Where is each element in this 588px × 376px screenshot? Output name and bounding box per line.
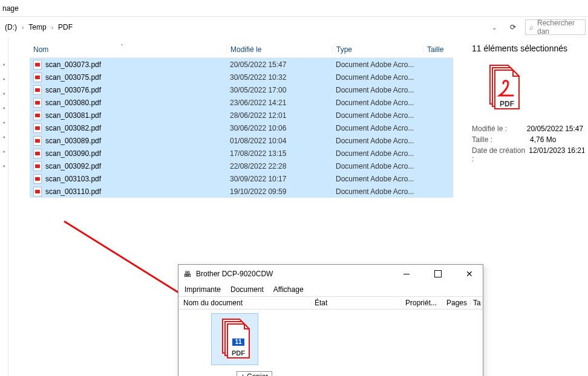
meta-modified-label: Modifié le : — [472, 125, 527, 133]
column-header-modified[interactable]: Modifié le — [226, 45, 332, 54]
maximize-button[interactable] — [425, 265, 451, 283]
file-type: Document Adobe Acro... — [332, 86, 423, 94]
table-row[interactable]: scan_003090.pdf17/08/2022 13:15Document … — [30, 147, 453, 160]
table-row[interactable]: scan_003075.pdf30/05/2022 10:32Document … — [30, 71, 453, 83]
meta-created-label: Date de création : — [472, 146, 529, 163]
table-row[interactable]: scan_003089.pdf01/08/2022 10:04Document … — [30, 134, 453, 147]
file-name: scan_003090.pdf — [45, 149, 101, 158]
table-row[interactable]: scan_003073.pdf20/05/2022 15:47Document … — [30, 58, 453, 71]
pdf-file-icon — [33, 149, 42, 158]
file-modified: 30/05/2022 17:00 — [226, 86, 332, 94]
drop-copy-tooltip: + Copier — [237, 371, 272, 376]
pdf-file-icon — [33, 136, 42, 146]
file-type: Document Adobe Acro... — [332, 124, 423, 132]
meta-size-label: Taille : — [472, 135, 530, 144]
meta-modified-value: 20/05/2022 15:47 - — [527, 125, 584, 133]
file-modified: 19/10/2022 09:59 — [226, 187, 332, 196]
table-row[interactable]: scan_003110.pdf19/10/2022 09:59Document … — [30, 185, 453, 198]
menu-document[interactable]: Document — [230, 285, 264, 294]
search-input[interactable]: ⌕ Rechercher dan — [525, 19, 586, 35]
column-header-type[interactable]: Type — [332, 45, 423, 54]
pin-icon: ◂ — [2, 149, 6, 152]
table-row[interactable]: scan_003081.pdf28/06/2022 12:01Document … — [30, 109, 453, 122]
pdf-file-icon — [33, 60, 42, 70]
printer-icon: 🖶 — [183, 270, 191, 279]
file-modified: 28/06/2022 12:01 — [226, 111, 332, 120]
drag-ghost-icon: 11 PDF — [211, 313, 258, 365]
file-list: Nom ˄ Modifié le Type Taille scan_003073… — [30, 41, 453, 198]
queue-header-size[interactable]: Ta — [470, 299, 482, 307]
table-row[interactable]: scan_003076.pdf30/05/2022 17:00Document … — [30, 83, 453, 96]
ribbon-tab-fragment[interactable]: nage — [2, 4, 19, 13]
file-name: scan_003073.pdf — [45, 60, 101, 69]
search-icon: ⌕ — [529, 23, 534, 31]
minimize-button[interactable] — [393, 265, 420, 283]
plus-icon: + — [241, 372, 245, 376]
file-modified: 22/08/2022 22:28 — [226, 162, 332, 170]
file-modified: 17/08/2022 13:15 — [226, 149, 332, 158]
column-header-name[interactable]: Nom ˄ — [30, 45, 226, 54]
queue-header-state[interactable]: État — [310, 299, 401, 307]
queue-header-owner[interactable]: Propriét... — [401, 299, 442, 307]
queue-header-document[interactable]: Nom du document — [178, 299, 310, 307]
file-type: Document Adobe Acro... — [332, 187, 423, 196]
drop-copy-label: Copier — [247, 372, 268, 376]
chevron-right-icon: › — [51, 24, 53, 31]
search-placeholder: Rechercher dan — [537, 19, 585, 36]
pdf-file-icon — [33, 111, 42, 120]
file-modified: 20/05/2022 15:47 — [226, 60, 332, 69]
file-type: Document Adobe Acro... — [332, 73, 423, 82]
close-button[interactable]: ✕ — [456, 265, 483, 283]
file-name: scan_003092.pdf — [45, 162, 101, 170]
selection-summary: 11 éléments sélectionnés — [472, 44, 584, 53]
pin-icon: ◂ — [2, 76, 6, 80]
window-title: Brother DCP-9020CDW — [196, 270, 273, 278]
file-modified: 23/06/2022 14:21 — [226, 99, 332, 107]
refresh-button[interactable]: ⟳ — [505, 19, 521, 35]
window-titlebar[interactable]: 🖶 Brother DCP-9020CDW ✕ — [178, 265, 483, 283]
file-name: scan_003080.pdf — [45, 99, 101, 107]
file-modified: 30/09/2022 10:17 — [226, 175, 332, 183]
pdf-file-icon — [33, 73, 42, 82]
breadcrumb-history-chevron[interactable]: ⌄ — [488, 21, 501, 34]
table-row[interactable]: scan_003080.pdf23/06/2022 14:21Document … — [30, 96, 453, 109]
pin-icon: ◂ — [2, 134, 6, 138]
pdf-file-icon — [33, 98, 42, 108]
column-header-size[interactable]: Taille — [423, 45, 452, 54]
crumb-drive[interactable]: (D:) — [5, 23, 17, 31]
pdf-file-icon — [33, 161, 42, 171]
breadcrumb[interactable]: (D:) › Temp › PDF — [2, 23, 484, 31]
meta-size-value: 4,76 Mo — [530, 135, 556, 144]
menu-view[interactable]: Affichage — [273, 285, 304, 294]
file-name: scan_003082.pdf — [45, 124, 101, 132]
svg-text:PDF: PDF — [500, 100, 514, 108]
pin-icon: ◂ — [2, 62, 6, 65]
pin-icon: ◂ — [2, 163, 6, 167]
pdf-file-icon — [33, 187, 42, 196]
file-type: Document Adobe Acro... — [332, 111, 423, 120]
crumb-temp[interactable]: Temp — [28, 23, 46, 31]
file-modified: 01/08/2022 10:04 — [226, 137, 332, 145]
menu-printer[interactable]: Imprimante — [185, 285, 221, 294]
table-row[interactable]: scan_003092.pdf22/08/2022 22:28Document … — [30, 160, 453, 172]
file-name: scan_003076.pdf — [45, 86, 101, 94]
file-type: Document Adobe Acro... — [332, 175, 423, 183]
file-type: Document Adobe Acro... — [332, 99, 423, 107]
file-name: scan_003103.pdf — [45, 175, 101, 183]
file-name: scan_003089.pdf — [45, 137, 101, 145]
nav-rail: ◂ ◂ ◂ ◂ ◂ ◂ ◂ ◂ — [0, 37, 8, 376]
queue-header-pages[interactable]: Pages — [442, 299, 470, 307]
print-queue-window[interactable]: 🖶 Brother DCP-9020CDW ✕ Imprimante Docum… — [178, 264, 483, 376]
file-modified: 30/06/2022 10:06 — [226, 124, 332, 132]
crumb-pdf[interactable]: PDF — [58, 23, 73, 31]
pin-icon: ◂ — [2, 91, 6, 94]
queue-drop-area[interactable]: 11 PDF — [178, 310, 483, 376]
file-name: scan_003110.pdf — [45, 187, 101, 196]
svg-text:11: 11 — [235, 339, 242, 345]
table-row[interactable]: scan_003082.pdf30/06/2022 10:06Document … — [30, 122, 453, 134]
svg-text:PDF: PDF — [232, 349, 245, 357]
table-row[interactable]: scan_003103.pdf30/09/2022 10:17Document … — [30, 172, 453, 185]
file-name: scan_003075.pdf — [45, 73, 101, 82]
file-type: Document Adobe Acro... — [332, 60, 423, 69]
meta-created-value: 12/01/2023 16:21 — [529, 146, 584, 163]
